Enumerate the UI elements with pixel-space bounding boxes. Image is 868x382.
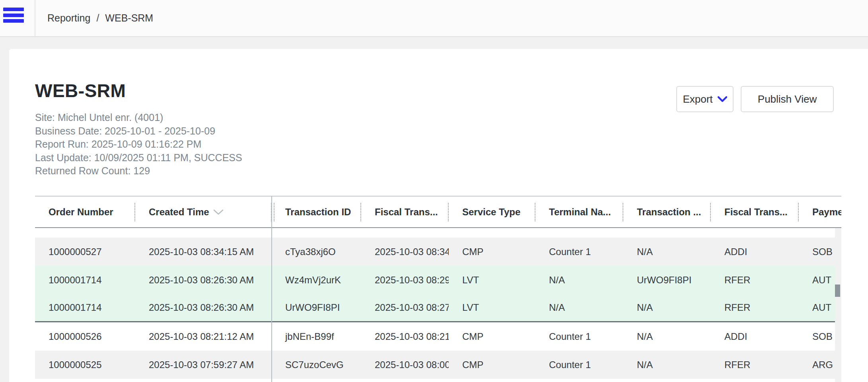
table-cell: SOB: [799, 238, 835, 266]
export-button-label: Export: [683, 93, 712, 105]
table-cell: AUT: [799, 294, 835, 321]
meta-row-count: Returned Row Count: 129: [35, 164, 242, 178]
table-cell: 1000001714: [35, 266, 135, 294]
vertical-scrollbar-thumb[interactable]: [835, 285, 840, 297]
hamburger-icon: [3, 19, 24, 23]
table-cell: Counter 1: [535, 238, 623, 266]
publish-view-button-label: Publish View: [758, 93, 817, 105]
topbar-divider: [35, 0, 35, 36]
table-cell: N/A: [623, 322, 711, 351]
report-meta: Site: Michel Untel enr. (4001) Business …: [35, 111, 242, 178]
table-cell: AUT: [799, 266, 835, 294]
header-cell[interactable]: Order Number: [35, 197, 135, 227]
header-cell[interactable]: Created Time: [135, 197, 272, 227]
topbar: Reporting / WEB-SRM: [0, 0, 868, 37]
header-cell-label: Created Time: [149, 207, 209, 218]
table-cell: RFER: [711, 294, 799, 321]
table-cell: 1000000526: [35, 322, 135, 351]
table-cell: 2025-10-03 08:34:15 AM: [135, 238, 272, 266]
table-cell: N/A: [623, 238, 711, 266]
table-cell: N/A: [535, 266, 623, 294]
table-cell: SOB: [799, 322, 835, 351]
header-cell[interactable]: Fiscal Trans...: [711, 197, 799, 227]
table-cell: 2025-10-03 08:21:2: [361, 322, 449, 351]
table-cell: UrWO9FI8PI: [272, 294, 361, 321]
menu-button[interactable]: [3, 8, 25, 23]
table-cell: 2025-10-03 08:00:2: [361, 351, 449, 379]
sort-desc-icon: [213, 209, 224, 215]
header-cell-label: Payment: [812, 207, 841, 218]
table-cell: N/A: [623, 294, 711, 321]
table-cell: SC7uzoCevG: [272, 351, 361, 379]
table-cell: LVT: [449, 266, 535, 294]
table-cell: 2025-10-03 07:59:27 AM: [135, 351, 272, 379]
table-cell: Counter 1: [535, 351, 623, 379]
table-row[interactable]: 10000005262025-10-03 08:21:12 AMjbNEn-B9…: [35, 322, 835, 351]
header-cell-label: Transaction ...: [637, 207, 701, 218]
meta-last-update: Last Update: 10/09/2025 01:11 PM, SUCCES…: [35, 151, 242, 165]
table-cell: CMP: [449, 322, 535, 351]
table-cell: UrWO9FI8PI: [623, 266, 711, 294]
table-cell: 2025-10-03 08:21:12 AM: [135, 322, 272, 351]
chevron-down-icon: [718, 96, 727, 102]
table-cell: ADDI: [711, 238, 799, 266]
table-cell: jbNEn-B99f: [272, 322, 361, 351]
hamburger-icon: [3, 8, 24, 11]
report-card: WEB-SRM Site: Michel Untel enr. (4001) B…: [9, 49, 868, 382]
hamburger-icon: [3, 14, 24, 17]
data-table: Order NumberCreated TimeTransaction IDFi…: [35, 196, 841, 382]
breadcrumb-reporting[interactable]: Reporting: [47, 12, 90, 24]
table-cell: N/A: [623, 351, 711, 379]
vertical-scrollbar-track[interactable]: [835, 228, 841, 382]
table-cell: 2025-10-03 08:26:30 AM: [135, 266, 272, 294]
breadcrumb-web-srm: WEB-SRM: [105, 12, 153, 24]
table-cell: 1000000527: [35, 238, 135, 266]
frozen-column-divider: [271, 196, 272, 382]
header-cell[interactable]: Terminal Na...: [535, 197, 623, 227]
table-row[interactable]: 10000017142025-10-03 08:26:30 AMUrWO9FI8…: [35, 294, 835, 322]
header-cell[interactable]: Fiscal Trans...: [361, 197, 449, 227]
meta-business-date: Business Date: 2025-10-01 - 2025-10-09: [35, 125, 242, 138]
table-cell: 1000001714: [35, 294, 135, 321]
header-cell-label: Order Number: [49, 207, 113, 218]
export-button[interactable]: Export: [676, 86, 734, 112]
meta-site: Site: Michel Untel enr. (4001): [35, 111, 242, 125]
header-cell[interactable]: Payment: [799, 197, 841, 227]
header-cell-label: Service Type: [462, 207, 520, 218]
table-cell: 2025-10-03 08:26:30 AM: [135, 294, 272, 321]
table-cell: RFER: [711, 266, 799, 294]
table-cell: 2025-10-03 08:27:1: [361, 294, 449, 321]
table-body: 10000005272025-10-03 08:34:15 AMcTya38xj…: [35, 228, 835, 382]
header-cell[interactable]: Transaction ID: [272, 197, 361, 227]
table-cell: RFER: [711, 351, 799, 379]
table-cell: Counter 1: [535, 322, 623, 351]
table-cell: 2025-10-03 08:34:1: [361, 238, 449, 266]
publish-view-button[interactable]: Publish View: [741, 86, 834, 112]
table-row[interactable]: 10000005252025-10-03 07:59:27 AMSC7uzoCe…: [35, 351, 835, 379]
table-cell: 1000000525: [35, 351, 135, 379]
breadcrumb: Reporting / WEB-SRM: [47, 0, 153, 36]
table-row[interactable]: 10000017142025-10-03 08:26:30 AMWz4mVj2u…: [35, 266, 835, 294]
breadcrumb-separator: /: [96, 12, 99, 24]
header-cell-label: Transaction ID: [285, 207, 351, 218]
header-cell[interactable]: Service Type: [449, 197, 535, 227]
meta-report-run: Report Run: 2025-10-09 01:16:22 PM: [35, 138, 242, 151]
header-cell[interactable]: Transaction ...: [623, 197, 711, 227]
table-header-row: Order NumberCreated TimeTransaction IDFi…: [35, 196, 841, 228]
table-cell: Wz4mVj2urK: [272, 266, 361, 294]
table-row[interactable]: 10000005272025-10-03 08:34:15 AMcTya38xj…: [35, 238, 835, 266]
table-cell: CMP: [449, 238, 535, 266]
header-cell-label: Fiscal Trans...: [724, 207, 788, 218]
table-cell: ADDI: [711, 322, 799, 351]
table-body-spacer: [35, 228, 835, 238]
table-cell: cTya38xj6O: [272, 238, 361, 266]
table-cell: N/A: [535, 294, 623, 321]
table-cell: ARG: [799, 351, 835, 379]
header-cell-label: Fiscal Trans...: [375, 207, 438, 218]
table-cell: 2025-10-03 08:29:1: [361, 266, 449, 294]
page-title: WEB-SRM: [35, 80, 126, 101]
table-cell: CMP: [449, 351, 535, 379]
header-cell-label: Terminal Na...: [549, 207, 611, 218]
table-cell: LVT: [449, 294, 535, 321]
